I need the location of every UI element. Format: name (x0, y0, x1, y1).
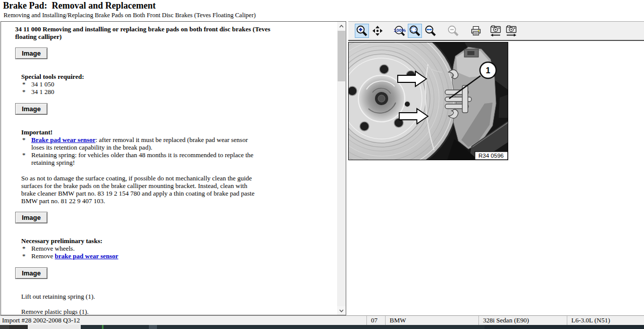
taskbar-segment (485, 325, 644, 329)
bullet-marker: * (22, 80, 31, 88)
important-item-text: Brake pad wear sensor: after removal it … (31, 136, 255, 151)
taskbar-segment (81, 325, 102, 329)
procedure-heading: 34 11 000 Removing and installing or rep… (15, 25, 278, 40)
taskbar-segment (157, 325, 485, 329)
figure-panel: 100% (348, 21, 644, 315)
bullet-marker: * (22, 88, 31, 96)
page-header: Brake Pad: Removal and Replacement Remov… (0, 0, 644, 21)
important-item: * Retaining spring: for vehicles older t… (22, 151, 259, 166)
zoom-out-icon (446, 24, 460, 38)
preliminary-item-text: Remove wheels. (31, 245, 75, 252)
page-title: Brake Pad: Removal and Replacement (3, 1, 155, 11)
previous-image-icon[interactable] (489, 24, 503, 38)
taskbar-segment (149, 325, 157, 329)
image-button-4[interactable]: Image (15, 267, 47, 279)
fit-page-icon[interactable] (408, 24, 422, 38)
scroll-down-icon[interactable] (337, 306, 346, 315)
pan-icon[interactable] (370, 24, 385, 38)
page-subtitle: Removing and Installing/Replacing Brake … (4, 12, 256, 19)
preliminary-item: * Remove brake pad wear sensor (22, 252, 275, 260)
document-scrollbar[interactable] (337, 22, 346, 315)
special-tools-heading: Special tools required: (21, 73, 84, 80)
bullet-marker: * (22, 151, 31, 166)
brake-assembly-figure[interactable]: 1 R34 0596 (348, 42, 508, 160)
taskbar (0, 325, 644, 329)
fit-width-icon[interactable] (423, 24, 438, 38)
figure-toolbar: 100% (348, 21, 644, 41)
step-text: Lift out retaining spring (1). (21, 293, 95, 300)
special-tool-item: * 34 1 050 (22, 80, 275, 88)
svg-text:100%: 100% (394, 27, 406, 33)
preliminary-item-text: Remove brake pad wear sensor (31, 252, 118, 260)
step-text: Remove plastic plugs (1). (21, 308, 89, 315)
cleaning-paragraph: So as not to damage the surface coating,… (21, 174, 262, 205)
taskbar-segment (0, 325, 9, 329)
preliminary-tasks-heading: Necessary preliminary tasks: (21, 237, 102, 245)
scrollbar-thumb[interactable] (338, 31, 345, 81)
brake-pad-wear-sensor-link[interactable]: Brake pad wear sensor (31, 136, 95, 144)
callout-number: 1 (486, 66, 491, 75)
status-engine: L6-3.0L (N51) (567, 316, 644, 325)
scroll-up-icon[interactable] (337, 22, 346, 30)
image-button-3[interactable]: Image (15, 212, 47, 223)
status-model: 328i Sedan (E90) (478, 316, 567, 325)
bullet-marker: * (22, 136, 31, 151)
status-import: Import #28 2002-2008 Q3-12 (0, 316, 366, 325)
image-button-2[interactable]: Image (15, 103, 47, 115)
bullet-marker: * (22, 245, 31, 252)
special-tool-value: 34 1 050 (31, 80, 55, 88)
zoom-100-percent-icon[interactable]: 100% (392, 24, 406, 38)
app-window: { "header": { "title": "Brake Pad: Remov… (0, 0, 644, 329)
taskbar-segment (103, 325, 149, 329)
print-icon[interactable] (469, 24, 483, 38)
taskbar-app-button[interactable] (28, 325, 81, 329)
special-tool-value: 34 1 280 (31, 88, 55, 96)
preliminary-item: * Remove wheels. (22, 245, 275, 252)
preliminary-item-prefix: Remove (31, 252, 55, 260)
status-code: 07 (366, 316, 385, 325)
important-item: * Brake pad wear sensor: after removal i… (22, 136, 255, 151)
taskbar-segment (9, 325, 28, 329)
brake-pad-wear-sensor-link[interactable]: brake pad wear sensor (55, 252, 119, 260)
special-tool-item: * 34 1 280 (22, 88, 275, 96)
status-bar: Import #28 2002-2008 Q3-12 07 BMW 328i S… (0, 315, 644, 325)
status-make: BMW (385, 316, 478, 325)
procedure-document-panel: 34 11 000 Removing and installing or rep… (1, 21, 346, 315)
next-image-icon[interactable] (504, 24, 518, 38)
important-item-text: Retaining spring: for vehicles older tha… (31, 151, 259, 166)
image-button-1[interactable]: Image (15, 48, 47, 59)
zoom-in-icon[interactable] (355, 24, 369, 38)
figure-label: R34 0596 (478, 153, 504, 159)
important-heading: Important! (21, 128, 52, 136)
bullet-marker: * (22, 252, 31, 260)
